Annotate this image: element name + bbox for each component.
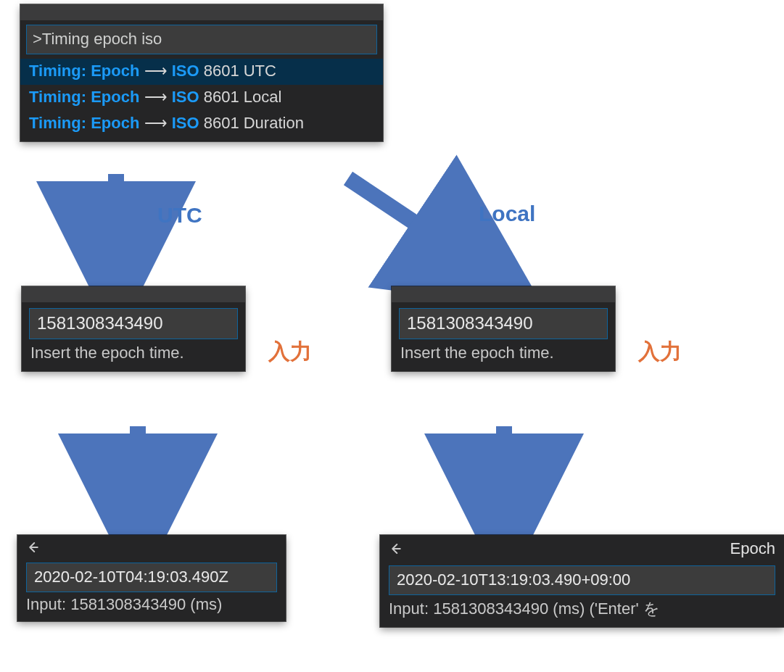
epoch-input-utc: Insert the epoch time. xyxy=(22,286,245,371)
command-input-wrapper xyxy=(26,25,377,54)
match-part: Epoch xyxy=(91,62,139,80)
epoch-input-field[interactable] xyxy=(400,309,607,339)
arrow-right-icon: ⟶ xyxy=(144,88,168,106)
flow-arrow-utc-result xyxy=(116,426,160,535)
epoch-input-hint: Insert the epoch time. xyxy=(30,344,236,362)
branch-label-utc: UTC xyxy=(157,203,202,228)
back-icon[interactable] xyxy=(25,539,41,555)
epoch-input-wrapper xyxy=(399,308,608,339)
result-bar: Epoch xyxy=(380,535,784,561)
match-part: ISO xyxy=(172,88,199,106)
arrow-right-icon: ⟶ xyxy=(144,62,168,80)
command-item[interactable]: Timing: Epoch ⟶ ISO 8601 UTC xyxy=(20,59,383,85)
match-part: Epoch xyxy=(91,88,139,106)
command-item[interactable]: Timing: Epoch ⟶ ISO 8601 Duration xyxy=(20,111,383,137)
match-part: Timing: xyxy=(29,88,86,106)
result-sub: Input: 1581308343490 (ms) xyxy=(26,595,277,614)
command-palette: Timing: Epoch ⟶ ISO 8601 UTC Timing: Epo… xyxy=(20,4,383,141)
match-part: Timing: xyxy=(29,62,86,80)
result-panel-local: Epoch 2020-02-10T13:19:03.490+09:00 Inpu… xyxy=(380,535,784,627)
annotation-input: 入力 xyxy=(268,337,312,367)
rest-part: 8601 Duration xyxy=(204,114,304,132)
flow-arrow-utc xyxy=(94,174,138,283)
rest-part: 8601 Local xyxy=(204,88,282,106)
epoch-input-field[interactable] xyxy=(30,309,237,339)
branch-label-local: Local xyxy=(479,202,535,226)
annotation-input: 入力 xyxy=(638,337,682,367)
command-item[interactable]: Timing: Epoch ⟶ ISO 8601 Local xyxy=(20,85,383,111)
result-title: Epoch xyxy=(409,539,777,558)
result-value[interactable]: 2020-02-10T04:19:03.490Z xyxy=(26,563,277,592)
svg-line-1 xyxy=(348,178,479,265)
flow-arrow-local-result xyxy=(482,426,526,535)
command-list: Timing: Epoch ⟶ ISO 8601 UTC Timing: Epo… xyxy=(20,59,383,141)
command-input[interactable] xyxy=(27,25,376,54)
match-part: Epoch xyxy=(91,114,139,132)
match-part: ISO xyxy=(172,114,199,132)
back-icon[interactable] xyxy=(387,541,403,557)
flow-arrow-local xyxy=(341,173,500,289)
result-bar xyxy=(17,535,286,558)
arrow-right-icon: ⟶ xyxy=(144,114,168,132)
result-sub: Input: 1581308343490 (ms) ('Enter' を xyxy=(389,598,775,620)
result-panel-utc: 2020-02-10T04:19:03.490Z Input: 15813083… xyxy=(17,535,286,621)
rest-part: 8601 UTC xyxy=(204,62,276,80)
epoch-input-wrapper xyxy=(29,308,238,339)
match-part: Timing: xyxy=(29,114,86,132)
result-value[interactable]: 2020-02-10T13:19:03.490+09:00 xyxy=(389,565,775,595)
epoch-input-hint: Insert the epoch time. xyxy=(400,344,606,362)
epoch-input-local: Insert the epoch time. xyxy=(392,286,615,371)
match-part: ISO xyxy=(172,62,199,80)
